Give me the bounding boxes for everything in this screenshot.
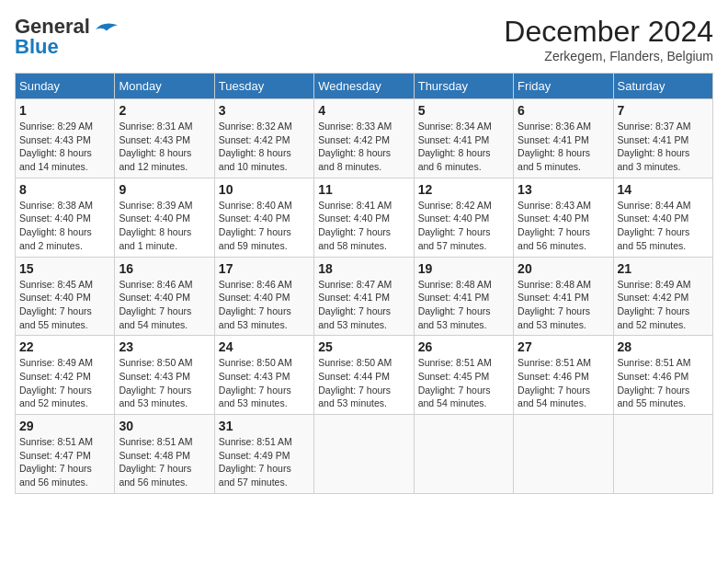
day-number: 8 [19,182,110,197]
calendar-cell: 17Sunrise: 8:46 AM Sunset: 4:40 PM Dayli… [214,257,313,336]
calendar-cell: 13Sunrise: 8:43 AM Sunset: 4:40 PM Dayli… [514,178,613,257]
col-header-tuesday: Tuesday [214,74,313,99]
calendar-table: SundayMondayTuesdayWednesdayThursdayFrid… [15,73,713,494]
day-number: 3 [219,103,310,118]
day-number: 17 [219,261,310,276]
day-number: 23 [119,339,210,354]
calendar-cell: 21Sunrise: 8:49 AM Sunset: 4:42 PM Dayli… [613,257,712,336]
day-info: Sunrise: 8:34 AM Sunset: 4:41 PM Dayligh… [418,120,509,174]
day-number: 26 [418,339,509,354]
day-number: 2 [119,103,210,118]
day-info: Sunrise: 8:51 AM Sunset: 4:47 PM Dayligh… [19,435,110,489]
day-number: 1 [19,103,110,118]
calendar-cell: 31Sunrise: 8:51 AM Sunset: 4:49 PM Dayli… [214,415,313,494]
day-info: Sunrise: 8:31 AM Sunset: 4:43 PM Dayligh… [119,120,210,174]
calendar-cell: 27Sunrise: 8:51 AM Sunset: 4:46 PM Dayli… [514,336,613,415]
calendar-cell: 30Sunrise: 8:51 AM Sunset: 4:48 PM Dayli… [115,415,214,494]
day-number: 9 [119,182,210,197]
day-info: Sunrise: 8:51 AM Sunset: 4:46 PM Dayligh… [618,356,709,410]
day-number: 15 [19,261,110,276]
calendar-cell: 4Sunrise: 8:33 AM Sunset: 4:42 PM Daylig… [314,99,414,178]
col-header-friday: Friday [514,74,613,99]
calendar-cell: 10Sunrise: 8:40 AM Sunset: 4:40 PM Dayli… [214,178,313,257]
calendar-cell: 9Sunrise: 8:39 AM Sunset: 4:40 PM Daylig… [115,178,214,257]
month-title: December 2024 [504,15,713,49]
calendar-cell: 29Sunrise: 8:51 AM Sunset: 4:47 PM Dayli… [16,415,115,494]
day-number: 12 [418,182,509,197]
calendar-cell: 28Sunrise: 8:51 AM Sunset: 4:46 PM Dayli… [613,336,712,415]
day-number: 21 [618,261,709,276]
day-number: 20 [518,261,609,276]
day-number: 16 [119,261,210,276]
day-info: Sunrise: 8:40 AM Sunset: 4:40 PM Dayligh… [219,199,310,253]
col-header-monday: Monday [115,74,214,99]
day-info: Sunrise: 8:33 AM Sunset: 4:42 PM Dayligh… [318,120,409,174]
calendar-cell: 14Sunrise: 8:44 AM Sunset: 4:40 PM Dayli… [613,178,712,257]
calendar-cell: 2Sunrise: 8:31 AM Sunset: 4:43 PM Daylig… [115,99,214,178]
day-info: Sunrise: 8:41 AM Sunset: 4:40 PM Dayligh… [318,199,409,253]
day-number: 14 [618,182,709,197]
day-info: Sunrise: 8:50 AM Sunset: 4:43 PM Dayligh… [119,356,210,410]
day-number: 10 [219,182,310,197]
day-info: Sunrise: 8:32 AM Sunset: 4:42 PM Dayligh… [219,120,310,174]
day-number: 22 [19,339,110,354]
day-number: 24 [219,339,310,354]
day-info: Sunrise: 8:49 AM Sunset: 4:42 PM Dayligh… [618,278,709,332]
calendar-cell: 15Sunrise: 8:45 AM Sunset: 4:40 PM Dayli… [16,257,115,336]
day-number: 18 [318,261,409,276]
day-info: Sunrise: 8:44 AM Sunset: 4:40 PM Dayligh… [618,199,709,253]
day-number: 6 [518,103,609,118]
calendar-cell: 6Sunrise: 8:36 AM Sunset: 4:41 PM Daylig… [514,99,613,178]
day-info: Sunrise: 8:48 AM Sunset: 4:41 PM Dayligh… [418,278,509,332]
calendar-cell: 22Sunrise: 8:49 AM Sunset: 4:42 PM Dayli… [16,336,115,415]
day-info: Sunrise: 8:46 AM Sunset: 4:40 PM Dayligh… [219,278,310,332]
calendar-cell: 1Sunrise: 8:29 AM Sunset: 4:43 PM Daylig… [16,99,115,178]
calendar-cell [514,415,613,494]
day-number: 29 [19,419,110,433]
calendar-cell: 5Sunrise: 8:34 AM Sunset: 4:41 PM Daylig… [414,99,513,178]
day-info: Sunrise: 8:50 AM Sunset: 4:43 PM Dayligh… [219,356,310,410]
calendar-cell: 18Sunrise: 8:47 AM Sunset: 4:41 PM Dayli… [314,257,414,336]
day-number: 13 [518,182,609,197]
calendar-cell [414,415,513,494]
day-info: Sunrise: 8:51 AM Sunset: 4:46 PM Dayligh… [518,356,609,410]
location: Zerkegem, Flanders, Belgium [504,49,713,63]
day-number: 28 [618,339,709,354]
col-header-sunday: Sunday [16,74,115,99]
title-block: December 2024 Zerkegem, Flanders, Belgiu… [504,15,713,63]
day-number: 5 [418,103,509,118]
logo-bird-icon [92,18,121,33]
day-info: Sunrise: 8:48 AM Sunset: 4:41 PM Dayligh… [518,278,609,332]
col-header-saturday: Saturday [613,74,712,99]
calendar-cell [314,415,414,494]
calendar-cell: 12Sunrise: 8:42 AM Sunset: 4:40 PM Dayli… [414,178,513,257]
logo-blue: Blue [15,35,59,59]
day-info: Sunrise: 8:38 AM Sunset: 4:40 PM Dayligh… [19,199,110,253]
col-header-thursday: Thursday [414,74,513,99]
calendar-cell: 16Sunrise: 8:46 AM Sunset: 4:40 PM Dayli… [115,257,214,336]
calendar-cell: 25Sunrise: 8:50 AM Sunset: 4:44 PM Dayli… [314,336,414,415]
day-info: Sunrise: 8:51 AM Sunset: 4:48 PM Dayligh… [119,435,210,489]
calendar-cell: 11Sunrise: 8:41 AM Sunset: 4:40 PM Dayli… [314,178,414,257]
calendar-cell: 3Sunrise: 8:32 AM Sunset: 4:42 PM Daylig… [214,99,313,178]
day-number: 7 [618,103,709,118]
col-header-wednesday: Wednesday [314,74,414,99]
day-info: Sunrise: 8:37 AM Sunset: 4:41 PM Dayligh… [618,120,709,174]
day-info: Sunrise: 8:45 AM Sunset: 4:40 PM Dayligh… [19,278,110,332]
day-number: 4 [318,103,409,118]
day-info: Sunrise: 8:36 AM Sunset: 4:41 PM Dayligh… [518,120,609,174]
day-number: 19 [418,261,509,276]
calendar-cell [613,415,712,494]
day-info: Sunrise: 8:43 AM Sunset: 4:40 PM Dayligh… [518,199,609,253]
day-info: Sunrise: 8:46 AM Sunset: 4:40 PM Dayligh… [119,278,210,332]
day-info: Sunrise: 8:29 AM Sunset: 4:43 PM Dayligh… [19,120,110,174]
day-number: 30 [119,419,210,433]
day-info: Sunrise: 8:39 AM Sunset: 4:40 PM Dayligh… [119,199,210,253]
calendar-cell: 26Sunrise: 8:51 AM Sunset: 4:45 PM Dayli… [414,336,513,415]
day-info: Sunrise: 8:42 AM Sunset: 4:40 PM Dayligh… [418,199,509,253]
day-number: 31 [219,419,310,433]
day-info: Sunrise: 8:50 AM Sunset: 4:44 PM Dayligh… [318,356,409,410]
calendar-cell: 20Sunrise: 8:48 AM Sunset: 4:41 PM Dayli… [514,257,613,336]
calendar-cell: 7Sunrise: 8:37 AM Sunset: 4:41 PM Daylig… [613,99,712,178]
logo: General Blue [15,15,121,59]
